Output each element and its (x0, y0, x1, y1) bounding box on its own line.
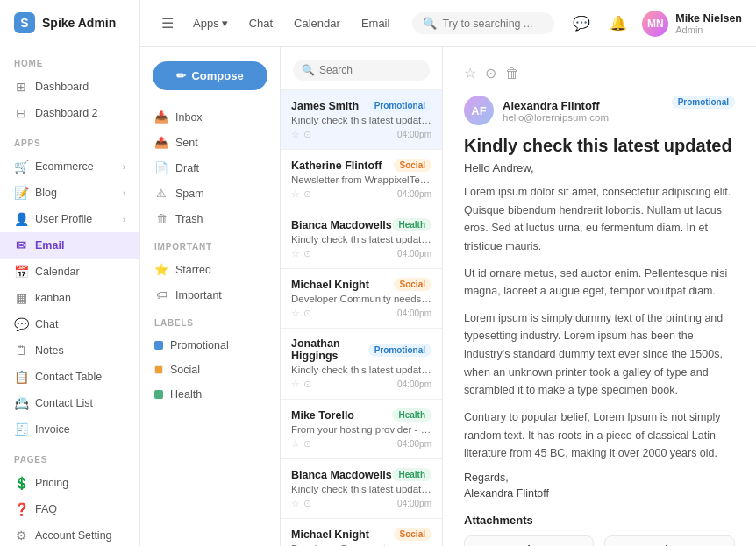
email-label-social[interactable]: Social (140, 358, 280, 382)
sidebar-item-account-setting[interactable]: ⚙ Account Setting (0, 522, 139, 546)
clock-icon[interactable]: ⊙ (303, 498, 311, 509)
email-time: 04:00pm (397, 499, 431, 508)
sidebar-item-calendar[interactable]: 📅 Calendar (0, 259, 139, 285)
topbar-search[interactable]: 🔍 (412, 12, 554, 34)
sidebar-item-invoice[interactable]: 🧾 Invoice (0, 416, 139, 443)
email-tag: Health (392, 468, 431, 481)
email-tag: Promotional (368, 99, 431, 112)
sidebar-item-pricing[interactable]: 💲 Pricing (0, 470, 139, 496)
star-empty-icon[interactable]: ☆ (291, 129, 300, 140)
email-time: 04:00pm (397, 189, 431, 199)
email-item-2[interactable]: Katherine Flintoff Social Newsletter fro… (281, 150, 442, 209)
important-label: Important (175, 289, 222, 301)
attachment-1[interactable]: PDF service-task.pdf 2MB 2 Dec 2023 (464, 535, 594, 546)
menu-button[interactable]: ☰ (154, 11, 181, 37)
star-empty-icon[interactable]: ☆ (291, 438, 300, 450)
sent-label: Sent (175, 137, 198, 149)
email-detail-subject: Kindly check this latest updated (464, 136, 735, 156)
blog-icon: 📝 (14, 186, 28, 200)
email-sender-name: Michael Knight (291, 528, 369, 541)
email-item-6[interactable]: Mike Torello Health From your hosting pr… (281, 400, 442, 459)
inbox-icon: 📥 (154, 110, 168, 124)
clock-icon[interactable]: ⊙ (303, 248, 311, 259)
grid2-icon: ⊟ (14, 106, 28, 120)
email-item-1[interactable]: James Smith Promotional Kindly check thi… (281, 90, 442, 150)
email-nav-item[interactable]: Email (353, 12, 399, 34)
chat-icon: 💬 (14, 317, 28, 331)
star-empty-icon[interactable]: ☆ (291, 248, 300, 259)
star-empty-icon[interactable]: ☆ (291, 379, 300, 390)
email-label-health[interactable]: Health (140, 382, 280, 407)
clock-toolbar-icon[interactable]: ⊙ (485, 65, 496, 82)
sidebar-item-label: kanban (35, 292, 125, 304)
email-label-promotional[interactable]: Promotional (140, 333, 280, 358)
email-nav-important[interactable]: 🏷 Important (140, 282, 280, 308)
clock-icon[interactable]: ⊙ (303, 129, 311, 140)
tag-icon: 🏷 (154, 288, 168, 301)
star-empty-icon[interactable]: ☆ (291, 188, 300, 200)
topbar: ☰ Apps ▾ Chat Calendar Email 🔍 (140, 0, 756, 47)
email-item-5[interactable]: Jonathan Higgings Promotional Kindly che… (281, 329, 442, 400)
important-section-label: IMPORTANT (140, 231, 280, 257)
social-label: Social (170, 364, 200, 376)
apps-nav-item[interactable]: Apps ▾ (184, 12, 237, 34)
email-item-3[interactable]: Bianca Macdowells Health Kindly check th… (281, 209, 442, 269)
sidebar-item-blog[interactable]: 📝 Blog › (0, 180, 139, 206)
compose-button[interactable]: ✏ Compose (153, 61, 267, 90)
sidebar-item-chat[interactable]: 💬 Chat (0, 311, 139, 337)
sidebar-item-email[interactable]: ✉ Email (0, 232, 139, 259)
notification-button[interactable]: 🔔 (605, 11, 631, 37)
email-search[interactable]: 🔍 (293, 60, 430, 81)
email-item-top: Bianca Macdowells Health (291, 468, 431, 481)
topbar-icons: 💬 🔔 MN Mike Nielsen Admin (568, 11, 742, 37)
sidebar-item-label: Contact Table (35, 371, 125, 383)
email-nav-inbox[interactable]: 📥 Inbox (140, 104, 280, 130)
email-actions: ☆ ⊙ 04:00pm (291, 498, 431, 509)
clock-icon[interactable]: ⊙ (303, 438, 311, 450)
sidebar-item-label: Invoice (35, 423, 125, 436)
email-item-4[interactable]: Michael Knight Social Developer Communit… (281, 269, 442, 329)
settings-icon: ⚙ (14, 528, 28, 542)
sidebar-item-dashboard[interactable]: ⊞ Dashboard (0, 74, 139, 100)
email-sender-name: Bianca Macdowells (291, 469, 392, 481)
email-search-input[interactable] (319, 64, 421, 76)
clock-icon[interactable]: ⊙ (303, 379, 311, 390)
search-input[interactable] (442, 18, 544, 30)
clock-icon[interactable]: ⊙ (303, 188, 311, 200)
chat-nav-item[interactable]: Chat (240, 12, 282, 34)
user-avatar[interactable]: MN Mike Nielsen Admin (642, 11, 742, 37)
calendar-nav-item[interactable]: Calendar (285, 12, 349, 34)
promotional-dot (154, 341, 163, 350)
email-nav-starred[interactable]: ⭐ Starred (140, 257, 280, 282)
clock-icon[interactable]: ⊙ (303, 308, 311, 319)
sidebar-item-user-profile[interactable]: 👤 User Profile › (0, 206, 139, 232)
email-item-7[interactable]: Bianca Macdowells Health Kindly check th… (281, 459, 442, 519)
attachments: PDF service-task.pdf 2MB 2 Dec 2023 ZIP … (464, 535, 735, 546)
email-signature: Alexandra Flintoff (464, 487, 735, 500)
email-nav-sent[interactable]: 📤 Sent (140, 130, 280, 155)
main-content: ☰ Apps ▾ Chat Calendar Email 🔍 (140, 0, 756, 546)
attachment-2[interactable]: ZIP work-project.zip 2MB 2 Dec 2023 (604, 535, 735, 546)
invoice-icon: 🧾 (14, 422, 28, 436)
star-empty-icon[interactable]: ☆ (291, 308, 300, 319)
sidebar-item-kanban[interactable]: ▦ kanban (0, 285, 139, 311)
calendar-label: Calendar (294, 17, 340, 30)
sidebar-item-dashboard2[interactable]: ⊟ Dashboard 2 (0, 100, 139, 126)
sidebar-item-notes[interactable]: 🗒 Notes (0, 337, 139, 364)
ecommerce-icon: 🛒 (14, 160, 28, 174)
sidebar-item-faq[interactable]: ❓ FAQ (0, 496, 139, 522)
star-empty-icon[interactable]: ☆ (291, 498, 300, 509)
star-toolbar-icon[interactable]: ☆ (464, 65, 476, 82)
email-item-8[interactable]: Michael Knight Social Developer Communit… (281, 519, 442, 546)
sidebar-item-contact-list[interactable]: 📇 Contact List (0, 390, 139, 416)
message-button[interactable]: 💬 (568, 11, 595, 37)
email-nav-trash[interactable]: 🗑 Trash (140, 206, 280, 231)
email-nav-draft[interactable]: 📄 Draft (140, 155, 280, 181)
sidebar-item-ecommerce[interactable]: 🛒 Ecommerce › (0, 153, 139, 180)
email-body-p2: Ut id ornare metus, sed auctor enim. Pel… (464, 265, 735, 301)
email-nav-spam[interactable]: ⚠ Spam (140, 181, 280, 206)
sidebar-section-apps: APPS 🛒 Ecommerce › 📝 Blog › 👤 User Profi… (0, 126, 139, 443)
sidebar-item-contact-table[interactable]: 📋 Contact Table (0, 364, 139, 390)
delete-toolbar-icon[interactable]: 🗑 (505, 66, 519, 82)
email-greeting: Hello Andrew, (464, 161, 735, 174)
